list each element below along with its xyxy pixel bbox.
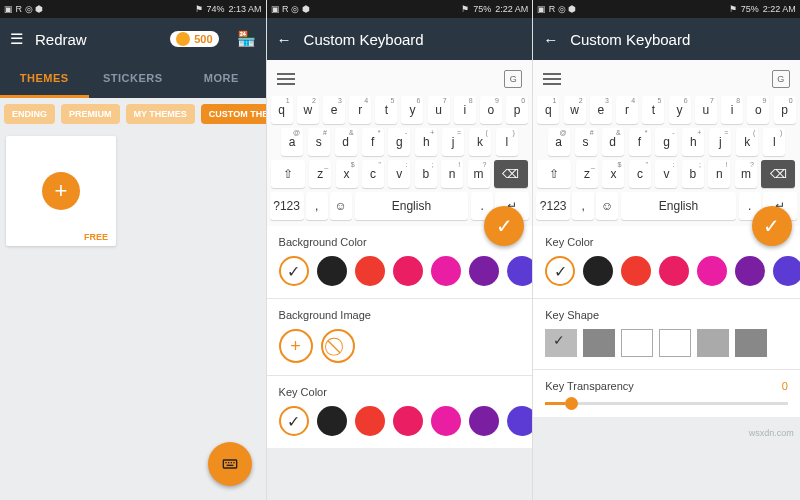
key[interactable]: f* [362, 128, 384, 156]
key[interactable]: , [306, 192, 328, 220]
key[interactable]: l) [763, 128, 785, 156]
key[interactable]: g- [388, 128, 410, 156]
translate-icon[interactable]: G [772, 70, 790, 88]
chip-trending[interactable]: ENDING [4, 104, 55, 124]
key[interactable]: c" [362, 160, 384, 188]
key[interactable]: a@ [281, 128, 303, 156]
key[interactable]: ⌫ [494, 160, 528, 188]
color-swatch[interactable]: ✓ [279, 256, 309, 286]
key[interactable]: c" [629, 160, 651, 188]
shape-option[interactable] [583, 329, 615, 357]
color-swatch[interactable] [507, 256, 534, 286]
hamburger-icon[interactable] [277, 73, 295, 85]
key[interactable]: g- [655, 128, 677, 156]
key[interactable]: h+ [682, 128, 704, 156]
key[interactable]: m? [468, 160, 490, 188]
key[interactable]: u7 [428, 96, 450, 124]
key[interactable]: ⇧ [271, 160, 305, 188]
confirm-fab[interactable]: ✓ [484, 206, 524, 246]
key[interactable]: l) [496, 128, 518, 156]
key[interactable]: y6 [669, 96, 691, 124]
transparency-slider[interactable] [545, 402, 788, 405]
key[interactable]: q1 [537, 96, 559, 124]
key[interactable]: o9 [480, 96, 502, 124]
color-swatch[interactable] [393, 406, 423, 436]
color-swatch[interactable] [697, 256, 727, 286]
translate-icon[interactable]: G [504, 70, 522, 88]
clear-image-button[interactable]: ⃠ [321, 329, 355, 363]
chip-custom[interactable]: CUSTOM THEMES [201, 104, 266, 124]
color-swatch[interactable] [355, 406, 385, 436]
key[interactable]: d& [602, 128, 624, 156]
key[interactable]: h+ [415, 128, 437, 156]
key[interactable]: t5 [375, 96, 397, 124]
key[interactable]: f* [629, 128, 651, 156]
key[interactable]: p0 [506, 96, 528, 124]
keyboard-fab[interactable] [208, 442, 252, 486]
key[interactable]: b; [415, 160, 437, 188]
key[interactable]: ?123 [270, 192, 304, 220]
key[interactable]: m? [735, 160, 757, 188]
color-swatch[interactable] [469, 256, 499, 286]
menu-icon[interactable]: ☰ [10, 30, 23, 48]
tab-themes[interactable]: THEMES [0, 60, 89, 98]
key[interactable]: j= [442, 128, 464, 156]
key[interactable]: English [355, 192, 469, 220]
key[interactable]: , [572, 192, 594, 220]
color-swatch[interactable] [659, 256, 689, 286]
store-icon[interactable]: 🏪 [237, 30, 256, 48]
shape-option[interactable] [697, 329, 729, 357]
key[interactable]: a@ [548, 128, 570, 156]
color-swatch[interactable] [773, 256, 800, 286]
shape-option[interactable] [735, 329, 767, 357]
key[interactable]: r4 [349, 96, 371, 124]
key[interactable]: ☺ [596, 192, 618, 220]
key[interactable]: z_ [576, 160, 598, 188]
key[interactable]: r4 [616, 96, 638, 124]
shape-option[interactable] [621, 329, 653, 357]
color-swatch[interactable]: ✓ [279, 406, 309, 436]
confirm-fab[interactable]: ✓ [752, 206, 792, 246]
key[interactable]: ⌫ [761, 160, 795, 188]
key[interactable]: q1 [271, 96, 293, 124]
key[interactable]: o9 [747, 96, 769, 124]
key[interactable]: u7 [695, 96, 717, 124]
key[interactable]: j= [709, 128, 731, 156]
color-swatch[interactable] [431, 406, 461, 436]
color-swatch[interactable] [469, 406, 499, 436]
color-swatch[interactable] [393, 256, 423, 286]
key[interactable]: w2 [564, 96, 586, 124]
color-swatch[interactable] [621, 256, 651, 286]
add-image-button[interactable]: + [279, 329, 313, 363]
back-icon[interactable]: ← [543, 31, 558, 48]
theme-card-add[interactable]: + FREE [6, 136, 116, 246]
key[interactable]: d& [335, 128, 357, 156]
key[interactable]: x$ [336, 160, 358, 188]
key[interactable]: k( [736, 128, 758, 156]
shape-option[interactable] [659, 329, 691, 357]
key[interactable]: i8 [721, 96, 743, 124]
key[interactable]: ☺ [330, 192, 352, 220]
key[interactable]: ?123 [536, 192, 570, 220]
key[interactable]: s# [575, 128, 597, 156]
key[interactable]: ⇧ [537, 160, 571, 188]
color-swatch[interactable]: ✓ [545, 256, 575, 286]
key[interactable]: z_ [309, 160, 331, 188]
color-swatch[interactable] [735, 256, 765, 286]
tab-more[interactable]: MORE [177, 60, 266, 98]
key[interactable]: p0 [774, 96, 796, 124]
tab-stickers[interactable]: STICKERS [89, 60, 178, 98]
key[interactable]: y6 [401, 96, 423, 124]
key[interactable]: t5 [642, 96, 664, 124]
color-swatch[interactable] [355, 256, 385, 286]
color-swatch[interactable] [431, 256, 461, 286]
color-swatch[interactable] [317, 256, 347, 286]
key[interactable]: English [621, 192, 736, 220]
key[interactable]: n! [708, 160, 730, 188]
back-icon[interactable]: ← [277, 31, 292, 48]
color-swatch[interactable] [317, 406, 347, 436]
chip-mythemes[interactable]: MY THEMES [126, 104, 195, 124]
key[interactable]: e3 [590, 96, 612, 124]
key[interactable]: v: [655, 160, 677, 188]
key[interactable]: v: [388, 160, 410, 188]
